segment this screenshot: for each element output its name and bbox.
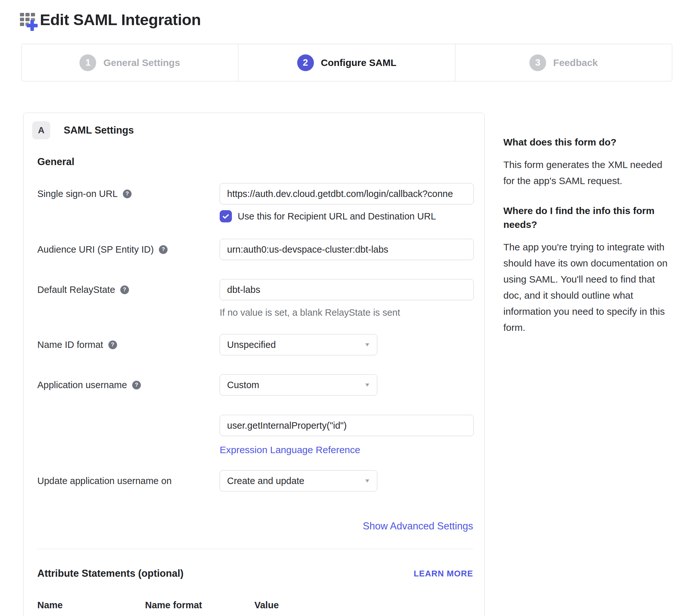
field-label: Audience URI (SP Entity ID) ?: [37, 239, 220, 260]
sidebar-question-2: Where do I find the info this form needs…: [503, 204, 673, 232]
column-header-name: Name: [37, 600, 145, 611]
dropdown-selected-value: Create and update: [227, 476, 304, 486]
wizard-steps: 1 General Settings 2 Configure SAML 3 Fe…: [21, 44, 672, 82]
sso-url-label: Single sign-on URL: [37, 183, 118, 204]
audience-uri-input[interactable]: [220, 239, 474, 260]
help-sidebar: What does this form do? This form genera…: [503, 135, 673, 336]
general-group-title: General: [37, 156, 473, 168]
relaystate-label: Default RelayState: [37, 279, 115, 300]
caret-down-icon: ▼: [364, 382, 370, 388]
step-general-settings[interactable]: 1 General Settings: [22, 44, 238, 81]
field-row-relaystate: Default RelayState ? If no value is set,…: [37, 279, 473, 318]
caret-down-icon: ▼: [364, 478, 370, 484]
nameid-format-label: Name ID format: [37, 334, 103, 355]
field-label: Update application username on: [37, 470, 220, 491]
section-title: SAML Settings: [64, 125, 134, 136]
field-label: Single sign-on URL ?: [37, 183, 220, 204]
application-username-label: Application username: [37, 374, 127, 396]
help-icon[interactable]: ?: [123, 190, 132, 198]
field-row-nameid-format: Name ID format ? Unspecified ▼: [37, 334, 473, 355]
step-configure-saml[interactable]: 2 Configure SAML: [238, 44, 455, 81]
section-divider: [37, 549, 473, 549]
content-area: A SAML Settings General Single sign-on U…: [0, 113, 687, 616]
step-label: General Settings: [103, 57, 180, 68]
page-title: Edit SAML Integration: [40, 10, 201, 29]
sidebar-answer-1: This form generates the XML needed for t…: [503, 157, 673, 189]
step-label: Configure SAML: [321, 57, 396, 68]
attribute-columns-row: Name Name format Value: [37, 600, 473, 611]
column-header-value: Value: [254, 600, 279, 611]
column-header-name-format: Name format: [145, 600, 254, 611]
sidebar-question-1: What does this form do?: [503, 135, 673, 149]
step-label: Feedback: [553, 57, 598, 68]
update-username-label: Update application username on: [37, 470, 172, 491]
advanced-settings-row: Show Advanced Settings: [37, 521, 473, 532]
attribute-statements-header: Attribute Statements (optional) LEARN MO…: [37, 568, 473, 579]
page-header: Edit SAML Integration: [19, 8, 687, 31]
relaystate-input[interactable]: [220, 279, 474, 300]
grid-plus-icon: [19, 8, 39, 31]
step-number-badge: 1: [79, 54, 96, 71]
help-icon[interactable]: ?: [108, 340, 117, 349]
show-advanced-settings-link[interactable]: Show Advanced Settings: [363, 521, 473, 532]
recipient-url-checkbox-row[interactable]: Use this for Recipient URL and Destinati…: [220, 210, 474, 222]
help-icon[interactable]: ?: [159, 245, 167, 254]
dropdown-selected-value: Unspecified: [227, 339, 276, 350]
field-label: Application username ?: [37, 374, 220, 396]
help-icon[interactable]: ?: [132, 381, 141, 390]
audience-uri-label: Audience URI (SP Entity ID): [37, 239, 154, 260]
field-label: Default RelayState ?: [37, 279, 220, 300]
section-a-badge: A: [32, 121, 50, 139]
help-icon[interactable]: ?: [120, 285, 129, 294]
panel-header: A SAML Settings: [37, 121, 473, 139]
update-username-dropdown[interactable]: Create and update ▼: [220, 470, 377, 491]
field-label: Name ID format ?: [37, 334, 220, 355]
dropdown-selected-value: Custom: [227, 380, 259, 390]
attribute-statements-title: Attribute Statements (optional): [37, 568, 184, 579]
application-username-dropdown[interactable]: Custom ▼: [220, 374, 377, 396]
caret-down-icon: ▼: [364, 342, 370, 348]
expression-language-reference-link[interactable]: Expression Language Reference: [220, 444, 360, 456]
step-number-badge: 2: [297, 54, 314, 71]
learn-more-link[interactable]: LEARN MORE: [414, 569, 473, 579]
step-number-badge: 3: [529, 54, 546, 71]
field-row-update-username: Update application username on Create an…: [37, 470, 473, 491]
sidebar-answer-2: The app you're trying to integrate with …: [503, 239, 673, 336]
custom-expression-input[interactable]: [220, 415, 474, 436]
sso-url-input[interactable]: [220, 183, 474, 204]
step-feedback[interactable]: 3 Feedback: [455, 44, 672, 81]
field-row-audience-uri: Audience URI (SP Entity ID) ?: [37, 239, 473, 260]
checkbox-label: Use this for Recipient URL and Destinati…: [238, 211, 436, 222]
saml-settings-panel: A SAML Settings General Single sign-on U…: [23, 113, 485, 616]
field-row-sso: Single sign-on URL ? Use this for Recipi…: [37, 183, 473, 222]
field-row-application-username: Application username ? Custom ▼ Expressi…: [37, 374, 473, 456]
checkbox-checked-icon[interactable]: [220, 210, 232, 222]
nameid-format-dropdown[interactable]: Unspecified ▼: [220, 334, 377, 355]
relaystate-hint: If no value is set, a blank RelayState i…: [220, 307, 474, 318]
